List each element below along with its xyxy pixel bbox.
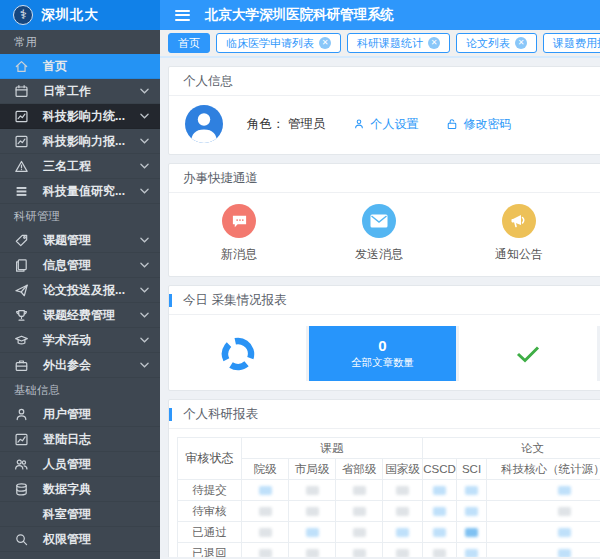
table-cell[interactable]: [289, 501, 336, 522]
table-cell[interactable]: [336, 501, 383, 522]
paper-plane-icon: [14, 283, 29, 298]
table-cell[interactable]: [487, 501, 600, 522]
sidebar-item[interactable]: 日常工作: [0, 79, 160, 104]
total-articles-stat[interactable]: 0 全部文章数量: [309, 326, 456, 381]
quick-access-title: 办事快捷通道: [169, 164, 600, 193]
col-group-header: 课题: [242, 438, 423, 459]
table-cell[interactable]: [487, 480, 600, 501]
header-bar: 北京大学深圳医院科研管理系统: [160, 0, 600, 30]
table-cell[interactable]: [242, 522, 289, 543]
sidebar-item-label: 科技影响力报...: [43, 133, 125, 150]
table-cell[interactable]: [289, 480, 336, 501]
blurred-value: [259, 486, 272, 495]
table-cell[interactable]: [423, 543, 457, 558]
table-cell[interactable]: [242, 543, 289, 558]
table-cell[interactable]: [383, 480, 423, 501]
quick-access-label: 发送消息: [309, 246, 449, 263]
personal-report-title: 个人科研报表: [169, 400, 600, 429]
table-cell[interactable]: [336, 543, 383, 558]
table-cell[interactable]: [383, 543, 423, 558]
main-area: 首页临床医学申请列表✕科研课题统计✕论文列表✕课题费用报表✕用户列表✕ 个人信息…: [160, 30, 600, 559]
chevron-down-icon: [140, 312, 149, 318]
sidebar-item-label: 课题管理: [43, 232, 91, 249]
sidebar-item-label: 论文投送及报...: [43, 282, 125, 299]
tag-icon: [14, 233, 29, 248]
sidebar-item[interactable]: 信息管理: [0, 253, 160, 278]
sidebar-item[interactable]: 外出参会: [0, 353, 160, 378]
quick-access-item[interactable]: 新消息: [169, 204, 309, 263]
tab[interactable]: 课题费用报表✕: [543, 33, 600, 53]
tab[interactable]: 科研课题统计✕: [347, 33, 450, 53]
blurred-value: [433, 549, 446, 557]
table-cell[interactable]: [242, 480, 289, 501]
table-cell[interactable]: [487, 522, 600, 543]
table-cell[interactable]: [423, 522, 457, 543]
sidebar-item[interactable]: 用户管理: [0, 402, 160, 427]
sidebar-item[interactable]: 课题管理: [0, 228, 160, 253]
sidebar-item[interactable]: 科技影响力报...: [0, 129, 160, 154]
tab-label: 临床医学申请列表: [226, 36, 314, 51]
lock-icon: [446, 118, 458, 130]
sidebar-item[interactable]: 三名工程: [0, 154, 160, 179]
sidebar-item[interactable]: 科室管理: [0, 502, 160, 527]
tab-close-icon[interactable]: ✕: [319, 37, 331, 49]
sidebar-item[interactable]: 登陆日志: [0, 427, 160, 452]
blurred-value: [433, 507, 446, 516]
chevron-down-icon: [140, 362, 149, 368]
sidebar-item[interactable]: 首页: [0, 54, 160, 79]
blurred-value: [465, 486, 478, 495]
users-icon: [14, 457, 29, 472]
col-header: 科技核心（统计源）期刊: [487, 459, 600, 480]
table-cell[interactable]: [289, 543, 336, 558]
table-cell[interactable]: [383, 522, 423, 543]
hospital-logo-icon: ⚕: [13, 5, 33, 25]
table-cell[interactable]: [383, 501, 423, 522]
menu-toggle-icon[interactable]: [175, 10, 190, 21]
table-cell[interactable]: [487, 543, 600, 558]
none-icon: [14, 507, 29, 522]
sidebar-item[interactable]: 科技量值研究...: [0, 179, 160, 204]
home-icon: [14, 59, 29, 74]
quick-access-item[interactable]: 发送消息: [309, 204, 449, 263]
table-cell[interactable]: [457, 480, 487, 501]
table-cell[interactable]: [423, 501, 457, 522]
table-cell[interactable]: [242, 501, 289, 522]
table-cell[interactable]: [457, 543, 487, 558]
change-password-link[interactable]: 修改密码: [446, 116, 511, 133]
table-cell[interactable]: [423, 480, 457, 501]
avatar[interactable]: [185, 105, 223, 143]
tab-close-icon[interactable]: ✕: [515, 37, 527, 49]
sidebar-item[interactable]: 课题经费管理: [0, 303, 160, 328]
sidebar-item[interactable]: 数据字典: [0, 477, 160, 502]
table-cell[interactable]: [289, 522, 336, 543]
list-icon: [14, 184, 29, 199]
chevron-down-icon: [140, 337, 149, 343]
sidebar-item[interactable]: 科技影响力统...: [0, 104, 160, 129]
stat-label: 全部文章数量: [351, 356, 414, 370]
table-cell[interactable]: [457, 522, 487, 543]
personal-settings-link[interactable]: 个人设置: [353, 116, 418, 133]
sidebar-item[interactable]: 权限管理: [0, 527, 160, 552]
grad-cap-icon: [14, 333, 29, 348]
quick-access-item[interactable]: 通知公告: [449, 204, 589, 263]
table-cell[interactable]: [336, 522, 383, 543]
sidebar-item-label: 登陆日志: [43, 431, 91, 448]
sidebar-item[interactable]: 论文投送及报...: [0, 278, 160, 303]
tab[interactable]: 论文列表✕: [456, 33, 537, 53]
tab[interactable]: 首页: [168, 33, 210, 53]
blurred-value: [396, 486, 409, 495]
content-scroll-area[interactable]: 个人信息 角色： 管理员 个人设置: [160, 58, 600, 557]
sidebar-item[interactable]: 人员管理: [0, 452, 160, 477]
tab-close-icon[interactable]: ✕: [428, 37, 440, 49]
sidebar-item[interactable]: 学术活动: [0, 328, 160, 353]
chart-line-icon: [14, 432, 29, 447]
chat-bubble-icon: [222, 204, 256, 238]
table-cell[interactable]: [457, 501, 487, 522]
col-header: CSCD: [423, 459, 457, 480]
tab[interactable]: 临床医学申请列表✕: [216, 33, 341, 53]
tab-label: 论文列表: [466, 36, 510, 51]
sidebar-section-label: 基础信息: [0, 378, 160, 402]
sidebar-item-label: 三名工程: [43, 158, 91, 175]
table-cell[interactable]: [336, 480, 383, 501]
quick-access-card: 办事快捷通道 新消息发送消息通知公告: [168, 163, 600, 277]
